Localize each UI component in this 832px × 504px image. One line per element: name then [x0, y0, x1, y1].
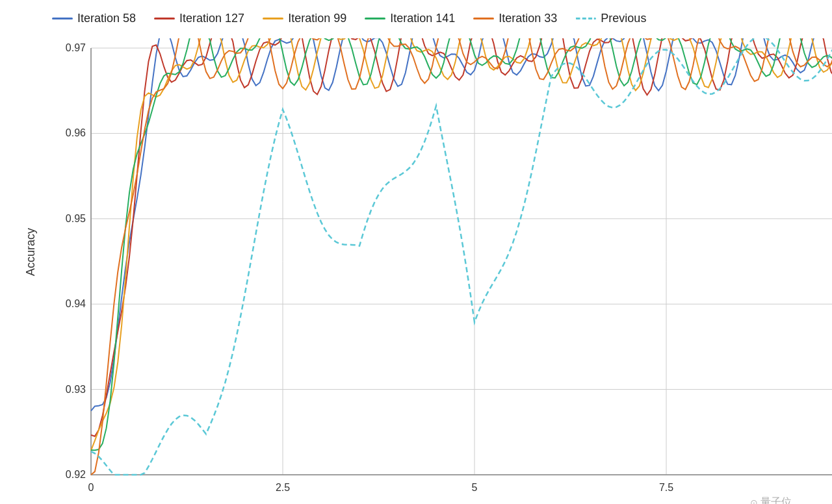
legend-item: Previous	[575, 12, 646, 25]
chart-area: ⊙ 量子位	[0, 32, 832, 504]
chart-legend: Iteration 58Iteration 127Iteration 99Ite…	[0, 0, 832, 32]
legend-item: Iteration 33	[473, 12, 557, 25]
legend-item: Iteration 141	[365, 12, 455, 25]
chart-container: Iteration 58Iteration 127Iteration 99Ite…	[0, 0, 832, 504]
watermark: ⊙ 量子位	[750, 496, 792, 504]
legend-item: Iteration 127	[154, 12, 244, 25]
legend-item: Iteration 58	[52, 12, 136, 25]
legend-item: Iteration 99	[263, 12, 346, 25]
chart-canvas	[52, 38, 832, 504]
